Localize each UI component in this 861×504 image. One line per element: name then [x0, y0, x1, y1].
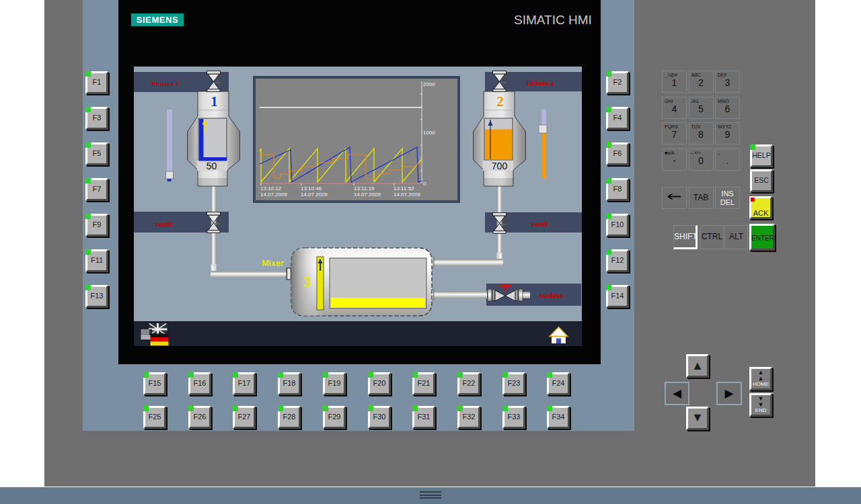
svg-text:14.07.2009: 14.07.2009 [354, 192, 381, 198]
svg-text:Ventil: Ventil [531, 220, 548, 228]
svg-text:13:11:52: 13:11:52 [394, 185, 414, 192]
svg-text:14.07.2009: 14.07.2009 [394, 192, 421, 198]
svg-text:2000: 2000 [423, 81, 435, 87]
svg-text:13:10:12: 13:10:12 [260, 185, 282, 192]
svg-text:1: 1 [211, 93, 218, 110]
svg-text:13:11:19: 13:11:19 [354, 185, 375, 192]
svg-text:50: 50 [207, 161, 217, 171]
svg-text:Ventil: Ventil [155, 220, 172, 228]
svg-text:3: 3 [303, 273, 311, 290]
svg-text:14.07.2009: 14.07.2009 [260, 192, 288, 198]
svg-text:1000: 1000 [423, 130, 435, 136]
svg-text:14.07.2009: 14.07.2009 [301, 192, 328, 198]
svg-text:700: 700 [492, 161, 508, 171]
svg-text:Einlass 2: Einlass 2 [526, 79, 554, 87]
svg-text:13:10:46: 13:10:46 [301, 185, 322, 192]
svg-text:Einlass 1: Einlass 1 [151, 80, 180, 87]
svg-text:Mixer: Mixer [262, 259, 284, 268]
svg-text:0: 0 [423, 181, 426, 187]
svg-text:2: 2 [496, 93, 504, 110]
svg-text:Auslass: Auslass [539, 292, 563, 299]
